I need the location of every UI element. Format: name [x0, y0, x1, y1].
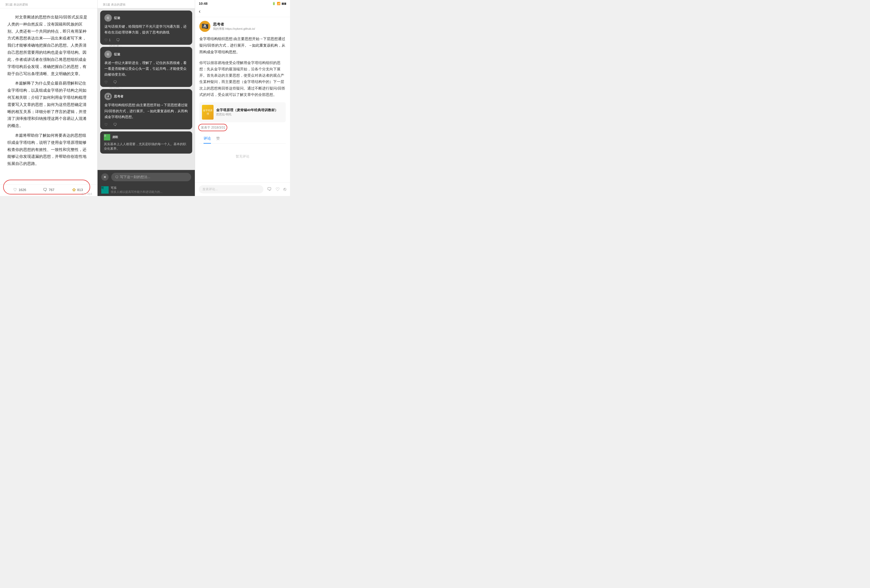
page-indicator: 17 / 414 — [82, 192, 92, 196]
left-para-1: 对文章阐述的思想作出疑问/回答式反应是人类的一种自然反应，没有国籍和民族的区别。… — [7, 14, 90, 77]
card-3-avatar: 🏴‍☠️ — [104, 93, 112, 100]
card-1-header: 征 征途 — [104, 14, 188, 22]
author-name: 思考者 — [213, 22, 255, 27]
card-2-body: 表述一些让大家听进去，理解了，记住的东西很难，看一看是否能够让受众心头一震，引起… — [104, 60, 188, 77]
comment-icon-mid: 🗨 — [115, 175, 118, 179]
book-title: 金字塔原理（麦肯锡40年经典培训教材） — [216, 108, 278, 113]
bottom-preview-username: 可乐 — [111, 186, 162, 190]
card-2-reply-icon: 🗨 — [113, 80, 117, 84]
status-time: 10:48 — [199, 1, 207, 6]
mid-input-bar: ✕ 🗨 写下这一刻的想法... — [98, 170, 195, 184]
right-footer: 发表评论... 🗨 ♡ ⎋ — [195, 182, 290, 196]
card-2-username: 征途 — [114, 52, 120, 56]
author-avatar: 🏴‍☠️ — [199, 21, 210, 32]
card-1-heart-icon: ♡ — [104, 38, 108, 42]
comment-card-1[interactable]: 征 征途 这句话很关键，给我指明了不光只是学习沟通方面，还有在生活处理琐事方面，… — [100, 10, 192, 45]
book-cover: 金字塔原理 — [202, 105, 213, 120]
card-2-heart-icon: ♡ — [104, 80, 108, 84]
card-1-avatar-letter: 征 — [107, 16, 109, 20]
share-icon-btn[interactable]: ⎋ — [283, 187, 286, 192]
card-3-like-btn[interactable]: ♡ — [104, 123, 108, 127]
card-2-like-btn[interactable]: ♡ — [104, 80, 108, 84]
top-nav: ‹ — [195, 7, 290, 17]
comment-count: 767 — [49, 188, 55, 192]
right-panel: 10:48 🔋 📶 ▮▮▮ ‹ 🏴‍☠️ 思考者 我的博客:https://sy… — [195, 0, 290, 196]
card-1-like-count: 1 — [109, 38, 111, 42]
card-3-heart-icon: ♡ — [104, 123, 108, 127]
author-row: 🏴‍☠️ 思考者 我的博客:https://sykent.github.io/ — [199, 21, 286, 32]
bottom-preview-body: 可乐 很多人难以提高写作能力和进话能力的... — [111, 186, 162, 194]
left-panel: 第1篇 表达的逻辑 对文章阐述的思想作出疑问/回答式反应是人类的一种自然反应，没… — [0, 0, 98, 196]
left-content: 对文章阐述的思想作出疑问/回答式反应是人类的一种自然反应，没有国籍和民族的区别。… — [0, 9, 97, 184]
battery-icon: 🔋 — [272, 2, 276, 5]
preview-1-username: 龚毅 — [112, 135, 118, 139]
author-avatar-icon: 🏴‍☠️ — [201, 23, 209, 30]
left-para-2: 本篇解释了为什么受众最容易理解和记住金字塔结构，以及组成金字塔的子结构之间如何互… — [7, 80, 90, 129]
card-3-actions: ♡ 🗨 — [104, 123, 188, 127]
card-3-reply-btn[interactable]: 🗨 — [113, 123, 117, 127]
left-footer: ♡ 1626 🗨 767 ✿ 813 17 / 414 — [0, 184, 97, 196]
bottom-preview-text: 很多人难以提高写作能力和进话能力的... — [111, 190, 162, 194]
comment-button[interactable]: 🗨 767 — [34, 187, 63, 192]
mid-panel: 第1篇 表达的逻辑 类的一种自然反应，没有国籍和民族的区别。人类还有一个共同的特… — [98, 0, 195, 196]
card-2-avatar: 征 — [104, 50, 112, 58]
article-body: 🏴‍☠️ 思考者 我的博客:https://sykent.github.io/ … — [195, 17, 290, 182]
comment-card-3[interactable]: 🏴‍☠️ 思考者 金字塔结构组织思想:由主要思想开始→下层思想通过疑问/回答的方… — [100, 89, 192, 129]
status-icons: 🔋 📶 ▮▮▮ — [272, 2, 286, 5]
mid-content: 类的一种自然反应，没有国籍和民族的区别。人类还有一个共同的特点... 还有一个.… — [98, 9, 195, 170]
reply-icon-btn[interactable]: 🗨 — [267, 187, 272, 192]
comment-tabs: 评论 赞 — [199, 134, 286, 144]
date-badge-wrap: 发表于 2018/3/31 — [199, 125, 286, 131]
article-sub-text: 你可以很容易地使受众理解用金字塔结构组织的思想：先从金字塔的最顶端开始，沿各个分… — [199, 60, 286, 98]
tab-comment[interactable]: 评论 — [204, 134, 211, 144]
author-blog: 我的博客:https://sykent.github.io/ — [213, 27, 255, 31]
close-button[interactable]: ✕ — [101, 173, 109, 181]
preview-card-1: 龚 龚毅 其实基本上人人都需要，尤其是职场的每一个人。基本的职业化素养。 — [100, 131, 192, 154]
card-1-reply-icon: 🗨 — [116, 38, 120, 42]
card-1-like-btn[interactable]: ♡ 1 — [104, 38, 111, 42]
share-count: 813 — [77, 188, 83, 192]
wifi-icon: 📶 — [277, 2, 280, 5]
share-button[interactable]: ✿ 813 — [63, 187, 92, 192]
card-2-reply-btn[interactable]: 🗨 — [113, 80, 117, 84]
author-info: 思考者 我的博客:https://sykent.github.io/ — [213, 22, 255, 31]
book-info: 金字塔原理（麦肯锡40年经典培训教材） 芭芭拉·明托 — [216, 108, 278, 116]
share-icon: ✿ — [72, 187, 76, 192]
date-text: 发表于 2018/3/31 — [199, 125, 227, 131]
preview-1-body: 其实基本上人人都需要，尤其是职场的每一个人。基本的职业化素养。 — [104, 142, 189, 151]
card-2-actions: ♡ 🗨 — [104, 80, 188, 84]
book-card[interactable]: 金字塔原理 金字塔原理（麦肯锡40年经典培训教材） 芭芭拉·明托 — [199, 102, 286, 122]
bottom-preview-avatar: 可 — [101, 186, 109, 194]
card-3-body: 金字塔结构组织思想:由主要思想开始→下层思想通过疑问/回答的方式，进行展开。→如… — [104, 102, 188, 120]
card-2-header: 征 征途 — [104, 50, 188, 58]
tab-like[interactable]: 赞 — [216, 134, 220, 144]
mid-breadcrumb: 第1篇 表达的逻辑 — [98, 0, 195, 9]
comment-placeholder: 写下这一刻的想法... — [120, 175, 150, 180]
left-para-3: 本篇将帮助你了解如何将要表达的思想组织成金字塔结构，说明了使用金字塔原理能够检查… — [7, 132, 90, 167]
article-title-text: 金字塔结构组织思想:由主要思想开始→下层思想通过疑问/回答的方式，进行展开。→如… — [199, 36, 286, 56]
card-1-avatar: 征 — [104, 14, 112, 22]
preview-1-avatar: 龚 — [104, 134, 110, 140]
bottom-preview: 可 可乐 很多人难以提高写作能力和进话能力的... — [98, 184, 195, 196]
comment-input-area[interactable]: 🗨 写下这一刻的想法... — [111, 173, 191, 181]
signal-icon: ▮▮▮ — [282, 2, 286, 5]
book-author: 芭芭拉·明托 — [216, 113, 278, 116]
card-1-username: 征途 — [114, 16, 120, 20]
heart-icon: ♡ — [13, 187, 17, 192]
comment-input[interactable]: 发表评论... — [199, 185, 264, 193]
book-cover-text: 金字塔原理 — [203, 109, 213, 116]
card-1-actions: ♡ 1 🗨 — [104, 38, 188, 42]
back-button[interactable]: ‹ — [199, 8, 201, 14]
no-comment-text: 暂无评论 — [199, 146, 286, 167]
card-1-body: 这句话很关键，给我指明了不光只是学习沟通方面，还有在生活处理琐事方面，提供了思考… — [104, 24, 188, 35]
status-bar: 10:48 🔋 📶 ▮▮▮ — [195, 0, 290, 7]
like-button[interactable]: ♡ 1626 — [5, 187, 34, 192]
comment-icon: 🗨 — [43, 187, 47, 192]
card-3-avatar-letter: 🏴‍☠️ — [106, 94, 110, 98]
card-1-reply-btn[interactable]: 🗨 — [116, 38, 120, 42]
like-count: 1626 — [18, 188, 26, 192]
bottom-preview-letter: 可 — [101, 187, 104, 189]
comment-card-2[interactable]: 征 征途 表述一些让大家听进去，理解了，记住的东西很难，看一看是否能够让受众心头… — [100, 47, 192, 87]
card-3-username: 思考者 — [114, 94, 124, 99]
like-icon-btn[interactable]: ♡ — [276, 187, 280, 192]
